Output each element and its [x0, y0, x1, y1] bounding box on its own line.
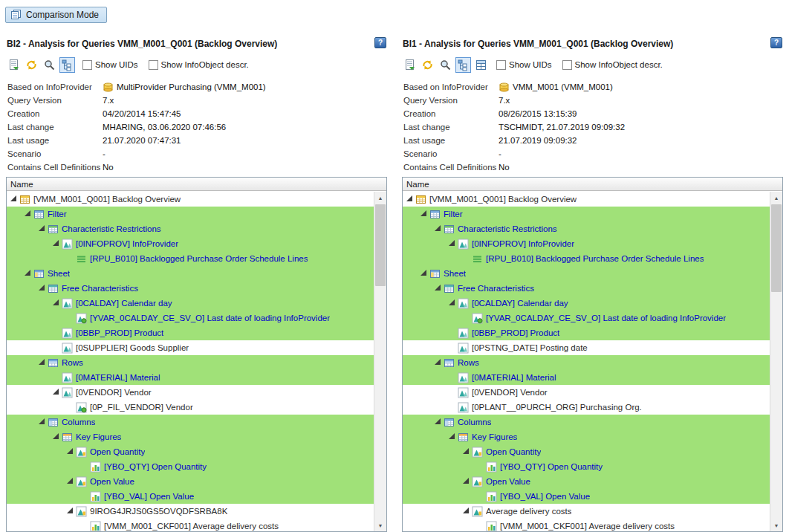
tree-item[interactable]: Free Characteristics: [403, 281, 770, 296]
tree-item[interactable]: [0SUPPLIER] Goods Supplier: [7, 340, 374, 355]
tree-item[interactable]: [0P_FIL_VENDOR] Vendor: [7, 400, 374, 415]
collapse-triangle-icon[interactable]: [434, 227, 443, 231]
expand-subtree-icon[interactable]: [455, 57, 471, 73]
tree-item[interactable]: 9IROG4JRJS0GS5OVQDFSRBA8K: [7, 504, 374, 519]
tree-item[interactable]: Free Characteristics: [7, 281, 374, 296]
tree-item[interactable]: [VMM_M001_Q001] Backlog Overview: [7, 192, 374, 207]
search-icon[interactable]: [438, 57, 453, 73]
show-infoobject-descr-checkbox[interactable]: Show InfoObject descr.: [562, 60, 663, 70]
collapse-triangle-icon[interactable]: [10, 198, 19, 201]
tree-item[interactable]: [0VENDOR] Vendor: [403, 385, 770, 400]
tree-item[interactable]: Filter: [403, 207, 770, 221]
collapse-triangle-icon[interactable]: [434, 287, 443, 291]
tree-item[interactable]: Sheet: [403, 266, 770, 281]
collapse-triangle-icon[interactable]: [66, 450, 75, 454]
show-uids-checkbox[interactable]: Show UIDs: [82, 60, 138, 70]
collapse-triangle-icon[interactable]: [52, 435, 61, 439]
tree-item[interactable]: [YBO_QTY] Open Quantity: [403, 459, 770, 474]
search-icon[interactable]: [42, 57, 57, 73]
refresh-queries-icon[interactable]: [420, 57, 435, 73]
collapse-triangle-icon[interactable]: [434, 421, 443, 424]
scrollbar-thumb[interactable]: [375, 204, 386, 286]
refresh-queries-icon[interactable]: [24, 57, 39, 73]
expand-subtree-icon[interactable]: [59, 57, 75, 73]
tree-item[interactable]: [0PSTNG_DATE] Posting date: [403, 340, 770, 355]
tree-item[interactable]: [YBO_VAL] Open Value: [403, 489, 770, 504]
tree-item[interactable]: Filter: [7, 207, 374, 221]
display-query-icon[interactable]: [402, 57, 418, 73]
tree-item[interactable]: [0INFOPROV] InfoProvider: [7, 236, 374, 251]
show-uids-checkbox[interactable]: Show UIDs: [496, 60, 552, 70]
checkbox-box[interactable]: [82, 60, 92, 70]
tree-item[interactable]: [0CALDAY] Calendar day: [7, 296, 374, 311]
scroll-up-icon[interactable]: ▲: [770, 192, 782, 204]
tree-item[interactable]: [VMM_M001_CKF001] Average delivery costs: [7, 519, 374, 531]
checkbox-box[interactable]: [149, 60, 158, 70]
tree-item[interactable]: [VMM_M001_CKF001] Average delivery costs: [403, 519, 770, 531]
tree-scrollbar[interactable]: ▲ ▼: [770, 192, 782, 531]
scrollbar-thumb[interactable]: [771, 204, 782, 292]
collapse-triangle-icon[interactable]: [406, 198, 415, 201]
tree-item[interactable]: Open Value: [403, 474, 770, 489]
tree-item[interactable]: Key Figures: [7, 429, 374, 444]
collapse-triangle-icon[interactable]: [24, 213, 33, 216]
collapse-triangle-icon[interactable]: [52, 391, 61, 395]
collapse-triangle-icon[interactable]: [434, 361, 443, 365]
tree-item[interactable]: Open Quantity: [403, 444, 770, 459]
collapse-triangle-icon[interactable]: [38, 421, 47, 424]
collapse-triangle-icon[interactable]: [24, 272, 33, 276]
collapse-triangle-icon[interactable]: [66, 510, 75, 513]
tree-item[interactable]: [0CALDAY] Calendar day: [403, 296, 770, 311]
tree-item[interactable]: Columns: [403, 415, 770, 429]
tree-item[interactable]: Rows: [7, 355, 374, 370]
collapse-triangle-icon[interactable]: [462, 450, 471, 454]
tree-scrollbar[interactable]: ▲ ▼: [374, 192, 386, 531]
tree-item[interactable]: Open Value: [7, 474, 374, 489]
collapse-triangle-icon[interactable]: [38, 287, 47, 291]
collapse-triangle-icon[interactable]: [448, 435, 457, 439]
show-infoobject-descr-checkbox[interactable]: Show InfoObject descr.: [149, 60, 249, 70]
tree-item[interactable]: Sheet: [7, 266, 374, 281]
collapse-triangle-icon[interactable]: [448, 302, 457, 305]
table-view-icon[interactable]: [473, 57, 489, 73]
tree-item[interactable]: [0PLANT__0PURCH_ORG] Purchasing Org.: [403, 400, 770, 415]
checkbox-box[interactable]: [496, 60, 506, 70]
tree-item[interactable]: [RPU_B010] Backlogged Purchase Order Sch…: [7, 251, 374, 266]
comparison-mode-button[interactable]: Comparison Mode: [5, 7, 107, 23]
checkbox-box[interactable]: [562, 60, 572, 70]
tree-item[interactable]: [0BBP_PROD] Product: [403, 325, 770, 340]
tree-item[interactable]: Open Quantity: [7, 444, 374, 459]
tree-item[interactable]: [RPU_B010] Backlogged Purchase Order Sch…: [403, 251, 770, 266]
collapse-triangle-icon[interactable]: [38, 227, 47, 231]
tree-item[interactable]: Columns: [7, 415, 374, 429]
collapse-triangle-icon[interactable]: [66, 480, 75, 484]
collapse-triangle-icon[interactable]: [420, 213, 429, 216]
collapse-triangle-icon[interactable]: [448, 242, 457, 246]
tree-item[interactable]: [0VENDOR] Vendor: [7, 385, 374, 400]
tree-item[interactable]: [0MATERIAL] Material: [7, 370, 374, 385]
tree-item[interactable]: [YVAR_0CALDAY_CE_SV_O] Last date of load…: [403, 311, 770, 325]
tree-item[interactable]: [YBO_VAL] Open Value: [7, 489, 374, 504]
collapse-triangle-icon[interactable]: [38, 361, 47, 365]
tree-item[interactable]: [YVAR_0CALDAY_CE_SV_O] Last date of load…: [7, 311, 374, 325]
tree-item[interactable]: [0INFOPROV] InfoProvider: [403, 236, 770, 251]
collapse-triangle-icon[interactable]: [52, 302, 61, 305]
tree-item[interactable]: Rows: [403, 355, 770, 370]
tree-item[interactable]: Average delivery costs: [403, 504, 770, 519]
tree-item[interactable]: [0BBP_PROD] Product: [7, 325, 374, 340]
scroll-down-icon[interactable]: ▼: [770, 519, 782, 531]
scroll-up-icon[interactable]: ▲: [374, 192, 386, 204]
collapse-triangle-icon[interactable]: [462, 480, 471, 484]
scroll-down-icon[interactable]: ▼: [374, 519, 386, 531]
tree-item[interactable]: [0MATERIAL] Material: [403, 370, 770, 385]
tree-item[interactable]: Characteristic Restrictions: [403, 221, 770, 236]
collapse-triangle-icon[interactable]: [462, 510, 471, 513]
tree-item[interactable]: [VMM_M001_Q001] Backlog Overview: [403, 192, 770, 207]
tree-item[interactable]: [YBO_QTY] Open Quantity: [7, 459, 374, 474]
help-icon[interactable]: ?: [374, 37, 386, 48]
tree-item[interactable]: Characteristic Restrictions: [7, 221, 374, 236]
tree-item[interactable]: Key Figures: [403, 429, 770, 444]
help-icon[interactable]: ?: [770, 37, 782, 48]
display-query-icon[interactable]: [6, 57, 22, 73]
collapse-triangle-icon[interactable]: [52, 242, 61, 246]
